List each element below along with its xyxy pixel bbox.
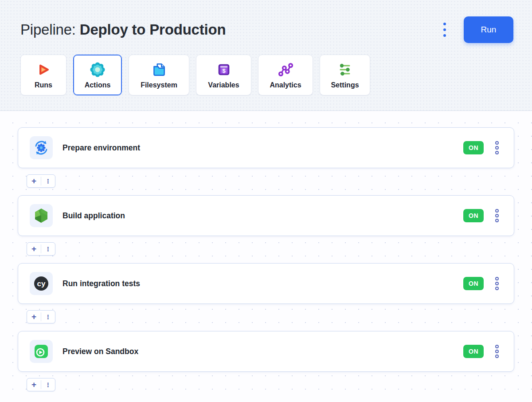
- tab-label: Variables: [208, 81, 239, 89]
- nodejs-hexagon-icon: [30, 204, 53, 227]
- tab-label: Settings: [331, 81, 359, 89]
- kebab-ring-icon: [495, 209, 499, 213]
- sliders-icon: [337, 61, 353, 78]
- action-block: Prepare environment ON + ⋮: [18, 127, 514, 188]
- kebab-ring-icon: [495, 151, 499, 154]
- action-block: Build application ON + ⋮: [18, 195, 514, 256]
- kebab-menu-icon: [443, 34, 446, 37]
- insert-action-control: + ⋮: [27, 378, 55, 391]
- page-title: Pipeline: Deploy to Production: [20, 21, 226, 38]
- kebab-ring-icon: [495, 214, 499, 217]
- tab-settings[interactable]: Settings: [320, 55, 370, 95]
- kebab-ring-icon: [495, 141, 499, 145]
- cypress-icon: cy: [30, 272, 53, 295]
- tab-analytics[interactable]: Analytics: [258, 55, 313, 95]
- action-card-prepare-environment[interactable]: Prepare environment ON: [18, 127, 514, 168]
- dollar-glyph: $: [222, 67, 226, 74]
- page-title-name: Deploy to Production: [80, 21, 226, 38]
- kebab-ring-icon: [495, 355, 499, 358]
- action-block: cy Run integration tests ON + ⋮: [18, 263, 514, 323]
- play-icon: [35, 61, 51, 78]
- action-title: Run integration tests: [63, 279, 463, 288]
- toggle-on-badge[interactable]: ON: [463, 345, 484, 358]
- add-action-button[interactable]: +: [27, 311, 41, 323]
- toggle-on-badge[interactable]: ON: [463, 277, 484, 290]
- dollar-box-icon: $: [216, 61, 232, 78]
- cypress-glyph: cy: [37, 280, 46, 288]
- tab-label: Runs: [35, 81, 52, 89]
- pipeline-tabs: Runs Actions: [20, 55, 370, 95]
- title-row: Pipeline: Deploy to Production Run: [0, 0, 532, 43]
- kebab-ring-icon: [495, 350, 499, 353]
- insert-action-control: + ⋮: [27, 174, 55, 188]
- action-title: Build application: [63, 211, 463, 221]
- run-button[interactable]: Run: [464, 16, 513, 43]
- kebab-ring-icon: [495, 345, 499, 348]
- add-action-button[interactable]: +: [27, 378, 41, 391]
- action-menu-button[interactable]: [494, 140, 500, 155]
- tab-label: Actions: [85, 81, 111, 89]
- insert-more-button[interactable]: ⋮: [41, 243, 55, 255]
- pipeline-header: Pipeline: Deploy to Production Run Runs: [0, 0, 532, 111]
- insert-more-button[interactable]: ⋮: [41, 175, 55, 187]
- kebab-ring-icon: [495, 287, 499, 290]
- action-menu-button[interactable]: [494, 276, 500, 291]
- tab-label: Filesystem: [141, 81, 177, 89]
- toggle-on-badge[interactable]: ON: [463, 141, 484, 154]
- action-title: Preview on Sandbox: [63, 347, 463, 356]
- insert-more-button[interactable]: ⋮: [41, 378, 55, 391]
- action-menu-button[interactable]: [494, 208, 500, 223]
- kebab-ring-icon: [495, 219, 499, 222]
- kebab-ring-icon: [495, 277, 499, 280]
- action-block: Preview on Sandbox ON + ⋮: [18, 331, 514, 391]
- insert-action-control: + ⋮: [27, 310, 55, 323]
- add-action-button[interactable]: +: [27, 243, 41, 255]
- action-card-run-integration-tests[interactable]: cy Run integration tests ON: [18, 263, 514, 304]
- pipeline-menu-button[interactable]: [439, 19, 450, 40]
- tab-filesystem[interactable]: Filesystem: [129, 55, 189, 95]
- add-action-button[interactable]: +: [27, 175, 41, 187]
- page-title-prefix: Pipeline:: [20, 21, 80, 38]
- folder-doc-icon: [151, 61, 168, 78]
- action-menu-button[interactable]: [494, 344, 500, 359]
- pipeline-actions-canvas: Prepare environment ON + ⋮ Build applica…: [0, 111, 532, 402]
- insert-more-button[interactable]: ⋮: [41, 311, 55, 323]
- tab-runs[interactable]: Runs: [20, 55, 66, 95]
- tab-label: Analytics: [270, 81, 301, 89]
- gear-icon: [89, 61, 106, 78]
- tab-variables[interactable]: $ Variables: [196, 55, 251, 95]
- tab-actions[interactable]: Actions: [73, 55, 122, 95]
- sandbox-play-icon: [30, 340, 53, 363]
- action-card-build-application[interactable]: Build application ON: [18, 195, 514, 236]
- kebab-menu-icon: [443, 23, 446, 25]
- kebab-menu-icon: [443, 28, 446, 31]
- action-card-preview-on-sandbox[interactable]: Preview on Sandbox ON: [18, 331, 514, 372]
- action-title: Prepare environment: [63, 143, 463, 153]
- toggle-on-badge[interactable]: ON: [463, 209, 484, 222]
- node-graph-icon: [277, 61, 294, 78]
- kebab-ring-icon: [495, 146, 499, 150]
- insert-action-control: + ⋮: [27, 242, 55, 256]
- sync-gear-icon: [30, 136, 53, 159]
- kebab-ring-icon: [495, 282, 499, 285]
